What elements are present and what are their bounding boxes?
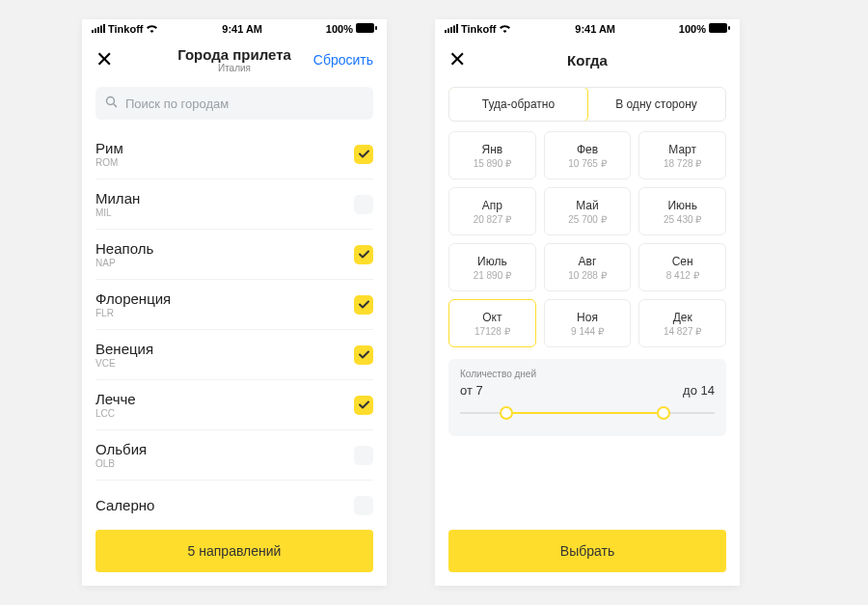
month-cell[interactable]: Март 18 728 ₽ (638, 131, 726, 179)
month-cell[interactable]: Фев 10 765 ₽ (544, 131, 632, 179)
month-price: 10 765 ₽ (568, 158, 606, 169)
city-name: Флоренция (95, 290, 171, 307)
battery-pct: 100% (679, 23, 706, 35)
city-code: VCE (95, 358, 153, 369)
svg-rect-12 (453, 26, 455, 34)
reset-button[interactable]: Сбросить (313, 52, 373, 68)
days-label: Количество дней (460, 369, 715, 379)
svg-rect-5 (356, 23, 374, 33)
svg-rect-14 (709, 23, 727, 33)
search-input[interactable]: Поиск по городам (95, 87, 373, 120)
month-name: Июль (477, 255, 507, 268)
trip-type-segment: Туда-обратноВ одну сторону (448, 87, 726, 122)
month-name: Ноя (577, 311, 598, 324)
svg-rect-10 (448, 29, 449, 34)
city-code: LCC (95, 408, 136, 419)
month-cell[interactable]: Июль 21 890 ₽ (448, 243, 536, 291)
month-cell[interactable]: Дек 14 827 ₽ (638, 299, 726, 347)
cities-screen: Tinkoff 9:41 AM 100% ✕ Города прилета Ит… (82, 19, 387, 586)
month-cell[interactable]: Июнь 25 430 ₽ (638, 187, 726, 235)
close-icon[interactable]: ✕ (95, 49, 113, 70)
svg-rect-9 (445, 30, 447, 33)
page-subtitle: Италия (177, 63, 291, 73)
city-code: MIL (95, 207, 140, 218)
slider-thumb-min[interactable] (500, 406, 513, 420)
city-name: Лечче (95, 391, 136, 407)
status-bar: Tinkoff 9:41 AM 100% (435, 19, 740, 39)
carrier-label: Tinkoff (108, 23, 143, 35)
wifi-icon (499, 23, 511, 35)
month-price: 21 890 ₽ (474, 270, 511, 281)
city-row[interactable]: Венеция VCE (95, 330, 373, 380)
checkbox[interactable] (354, 446, 373, 465)
svg-line-8 (114, 104, 118, 108)
month-name: Фев (577, 143, 598, 156)
checkbox[interactable] (354, 245, 373, 264)
checkbox[interactable] (354, 145, 373, 164)
svg-point-7 (107, 97, 115, 105)
month-name: Сен (672, 255, 693, 268)
city-code: OLB (95, 458, 147, 469)
wifi-icon (146, 23, 158, 35)
checkbox[interactable] (354, 345, 373, 365)
when-screen: Tinkoff 9:41 AM 100% ✕ Когда Туда-обратн… (435, 19, 740, 586)
days-to: до 14 (683, 383, 715, 398)
city-row[interactable]: Лечче LCC (95, 380, 373, 430)
city-list: Рим ROM Милан MIL Неаполь NAP Флоренция … (82, 129, 387, 586)
month-cell[interactable]: Ноя 9 144 ₽ (544, 299, 632, 347)
month-name: Апр (482, 199, 502, 212)
month-name: Март (668, 143, 696, 156)
slider-thumb-max[interactable] (657, 406, 670, 420)
carrier-label: Tinkoff (461, 23, 496, 35)
month-name: Май (576, 199, 599, 212)
days-slider[interactable] (460, 405, 715, 421)
month-cell[interactable]: Янв 15 890 ₽ (448, 131, 536, 179)
city-row[interactable]: Флоренция FLR (95, 280, 373, 330)
clock: 9:41 AM (575, 23, 615, 35)
month-price: 25 700 ₽ (568, 214, 606, 225)
close-icon[interactable]: ✕ (448, 49, 466, 70)
month-price: 15 890 ₽ (474, 158, 511, 169)
city-row[interactable]: Рим ROM (95, 129, 373, 179)
city-name: Салерно (95, 497, 154, 513)
checkbox[interactable] (354, 496, 373, 515)
month-price: 10 288 ₽ (568, 270, 606, 281)
city-row[interactable]: Милан MIL (95, 179, 373, 230)
clock: 9:41 AM (222, 23, 262, 35)
submit-button[interactable]: Выбрать (448, 530, 726, 572)
checkbox[interactable] (354, 396, 373, 415)
svg-rect-15 (728, 26, 730, 30)
month-name: Авг (579, 255, 597, 268)
svg-rect-3 (100, 26, 102, 34)
days-range-box: Количество дней от 7 до 14 (448, 359, 726, 436)
month-price: 8 412 ₽ (666, 270, 699, 281)
city-row[interactable]: Ольбия OLB (95, 430, 373, 481)
checkbox[interactable] (354, 295, 373, 315)
city-name: Милан (95, 190, 140, 206)
city-row[interactable]: Салерно (95, 481, 373, 531)
month-cell[interactable]: Сен 8 412 ₽ (638, 243, 726, 291)
submit-button[interactable]: 5 направлений (95, 530, 373, 572)
month-price: 14 827 ₽ (664, 326, 701, 337)
checkbox[interactable] (354, 195, 373, 214)
month-cell[interactable]: Май 25 700 ₽ (544, 187, 632, 235)
search-icon (105, 96, 118, 111)
svg-rect-6 (375, 26, 377, 30)
month-cell[interactable]: Авг 10 288 ₽ (544, 243, 632, 291)
month-cell[interactable]: Окт 17128 ₽ (448, 299, 536, 347)
month-cell[interactable]: Апр 20 827 ₽ (448, 187, 536, 235)
city-name: Венеция (95, 341, 153, 357)
battery-pct: 100% (326, 23, 353, 35)
month-price: 17128 ₽ (475, 326, 510, 337)
month-name: Дек (673, 311, 692, 324)
month-price: 9 144 ₽ (571, 326, 604, 337)
signal-icon (92, 23, 105, 35)
city-row[interactable]: Неаполь NAP (95, 230, 373, 280)
battery-icon (709, 23, 730, 35)
month-price: 18 728 ₽ (664, 158, 701, 169)
nav-bar: ✕ Когда (435, 39, 740, 81)
svg-rect-1 (95, 29, 96, 34)
segment-tab[interactable]: В одну сторону (587, 88, 725, 121)
segment-tab[interactable]: Туда-обратно (448, 87, 588, 122)
month-price: 25 430 ₽ (664, 214, 701, 225)
